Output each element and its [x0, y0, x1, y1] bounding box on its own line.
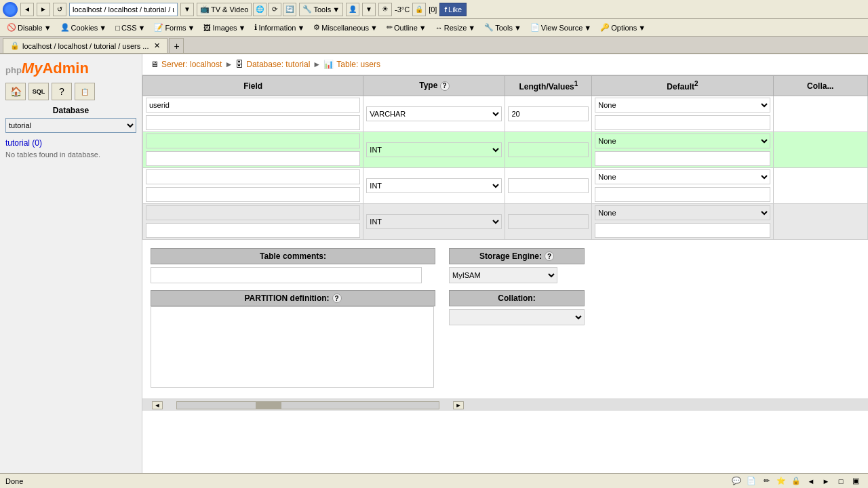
default-input-sub-3[interactable] — [595, 187, 770, 202]
disable-icon: 🚫 — [7, 23, 16, 32]
field-input-4[interactable] — [146, 205, 360, 220]
miscellaneous-button[interactable]: ⚙ Miscellaneous ▼ — [309, 21, 382, 35]
tools2-button[interactable]: 🔧 Tools ▼ — [480, 21, 526, 35]
status-icon-4[interactable]: ⭐ — [774, 475, 788, 487]
disable-button[interactable]: 🚫 Disable ▼ — [3, 21, 56, 35]
length-input-2[interactable] — [508, 142, 589, 157]
sun-button[interactable]: ☀ — [378, 3, 392, 16]
globe-button[interactable]: 🌐 — [253, 3, 267, 16]
partition-help-icon[interactable]: ? — [332, 293, 342, 303]
tab-close[interactable]: ✕ — [154, 41, 160, 50]
address-bar[interactable] — [69, 3, 178, 16]
home-icon-btn[interactable]: 🏠 — [5, 83, 26, 100]
default-input-sub-4[interactable] — [595, 223, 770, 238]
active-tab[interactable]: 🔒 localhost / localhost / tutorial / use… — [3, 38, 167, 53]
disable-dropdown: ▼ — [44, 24, 52, 32]
field-input-sub-3[interactable] — [146, 187, 360, 202]
length-input-4[interactable] — [508, 214, 589, 229]
default-select-1[interactable]: None NULLCURRENT_TIMESTAMP — [595, 98, 770, 113]
structure-table: Field Type ? Length/Values1 Default2 Col… — [142, 75, 868, 240]
cookies-button[interactable]: 👤 Cookies ▼ — [56, 21, 111, 35]
information-button[interactable]: ℹ Information ▼ — [250, 21, 309, 35]
view-source-button[interactable]: 📄 View Source ▼ — [526, 21, 595, 35]
default-select-3[interactable]: None NULL — [595, 169, 770, 184]
database-link-bc[interactable]: Database: tutorial — [246, 60, 310, 69]
nav-icon2[interactable]: 🔄 — [283, 3, 296, 16]
scroll-right-button[interactable]: ► — [453, 401, 464, 409]
horizontal-scrollbar: ◄ ► — [142, 399, 868, 411]
default-input-sub-1[interactable] — [595, 115, 770, 130]
forms-button[interactable]: 📝 Forms ▼ — [150, 21, 199, 35]
tv-icon: 📺 — [200, 5, 210, 14]
storage-engine-select[interactable]: MyISAM InnoDB MEMORY CSV ARCHIVE — [449, 267, 557, 283]
new-tab-button[interactable]: + — [169, 38, 184, 53]
status-icon-1[interactable]: 💬 — [730, 475, 743, 487]
database-select[interactable]: tutorial — [5, 118, 136, 133]
status-icon-3[interactable]: ✏ — [760, 475, 773, 487]
dev-toolbar: 🚫 Disable ▼ 👤 Cookies ▼ □ CSS ▼ 📝 Forms … — [0, 19, 868, 37]
status-icon-9[interactable]: ▣ — [849, 475, 863, 487]
status-icon-8[interactable]: □ — [834, 475, 848, 487]
scroll-thumb[interactable] — [256, 402, 282, 409]
type-help-icon[interactable]: ? — [440, 81, 450, 91]
length-input-3[interactable] — [508, 178, 589, 193]
field-input-sub-4[interactable] — [146, 223, 360, 238]
field-input-1[interactable] — [146, 98, 360, 113]
back-button[interactable]: ◄ — [20, 3, 34, 16]
field-input-sub-1[interactable] — [146, 115, 360, 130]
resize-button[interactable]: ↔ Resize ▼ — [431, 21, 480, 35]
facebook-like-button[interactable]: f Like — [439, 3, 467, 16]
forward-button[interactable]: ► — [37, 3, 50, 16]
tab-label: localhost / localhost / tutorial / users… — [22, 42, 149, 50]
forms-icon: 📝 — [154, 23, 163, 32]
type-select-1[interactable]: VARCHAR INTTEXTFLOAT — [366, 106, 502, 121]
cookies-dropdown: ▼ — [99, 24, 106, 32]
user-button[interactable]: 👤 — [346, 3, 359, 16]
help-icon-btn[interactable]: ? — [52, 83, 72, 100]
go-button[interactable]: ▼ — [180, 3, 194, 16]
status-icon-7[interactable]: ► — [819, 475, 833, 487]
tools-button[interactable]: 🔧 Tools ▼ — [299, 3, 343, 16]
security-button[interactable]: 🔒 — [412, 3, 426, 16]
default-input-sub-2[interactable] — [595, 151, 770, 166]
resize-dropdown: ▼ — [468, 24, 475, 32]
information-dropdown: ▼ — [297, 24, 304, 32]
partition-textarea[interactable] — [151, 306, 434, 388]
status-icon-5[interactable]: 🔒 — [789, 475, 803, 487]
scroll-track[interactable] — [176, 401, 439, 409]
field-input-2[interactable] — [146, 134, 360, 148]
storage-help-icon[interactable]: ? — [545, 251, 554, 261]
server-link[interactable]: Server: localhost — [161, 60, 222, 69]
outline-button[interactable]: ✏ Outline ▼ — [382, 21, 431, 35]
images-button[interactable]: 🖼 Images ▼ — [199, 21, 250, 35]
database-link[interactable]: tutorial (0) — [5, 138, 42, 148]
field-input-sub-2[interactable] — [146, 151, 360, 166]
fb-icon: f — [444, 5, 447, 14]
view-source-dropdown: ▼ — [584, 24, 591, 32]
tv-video-button[interactable]: 📺 TV & Video — [197, 3, 252, 16]
refresh-button[interactable]: ↺ — [53, 3, 66, 16]
docs-icon-btn[interactable]: 📋 — [75, 83, 95, 100]
sql-icon-btn[interactable]: SQL — [28, 83, 49, 100]
length-input-1[interactable] — [508, 106, 589, 121]
status-icon-6[interactable]: ◄ — [804, 475, 818, 487]
outline-dropdown: ▼ — [419, 24, 427, 32]
view-source-icon: 📄 — [530, 23, 540, 32]
default-select-2[interactable]: None NULL — [595, 134, 770, 148]
images-dropdown: ▼ — [239, 24, 246, 32]
collation-select[interactable]: utf8_general_ci latin1_swedish_ci utf8mb… — [449, 309, 585, 325]
loading-icon[interactable]: ⟳ — [268, 3, 281, 16]
table-link[interactable]: Table: users — [336, 60, 380, 69]
default-select-4[interactable]: None NULL — [595, 205, 770, 220]
status-icon-2[interactable]: 📄 — [745, 475, 758, 487]
css-button[interactable]: □ CSS ▼ — [111, 21, 149, 35]
type-select-2[interactable]: INT VARCHARTEXT — [366, 142, 502, 157]
type-select-3[interactable]: INT VARCHARTEXT — [366, 178, 502, 193]
field-input-3[interactable] — [146, 169, 360, 184]
scroll-left-button[interactable]: ◄ — [152, 401, 163, 409]
options-dropdown: ▼ — [638, 24, 646, 32]
type-select-4[interactable]: INT VARCHAR — [366, 214, 502, 229]
table-comments-input[interactable] — [151, 267, 422, 283]
dropdown-button[interactable]: ▼ — [362, 3, 376, 16]
options-button[interactable]: 🔑 Options ▼ — [596, 21, 650, 35]
